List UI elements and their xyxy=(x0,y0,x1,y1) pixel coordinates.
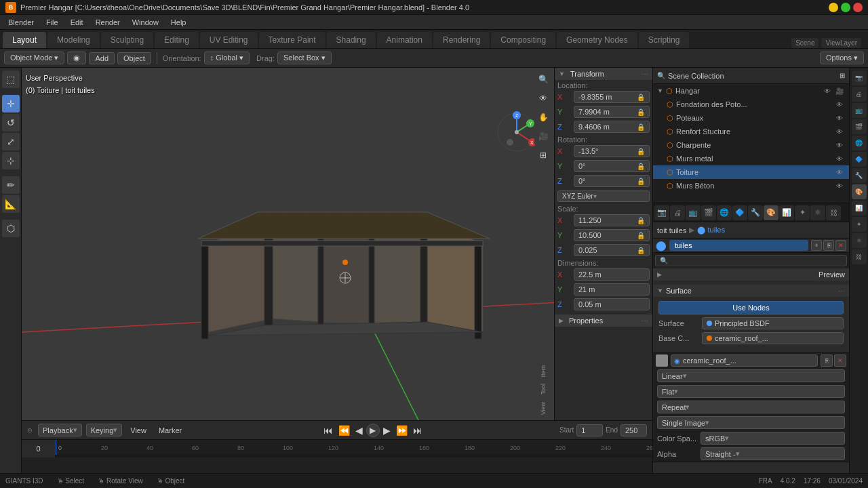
menu-help[interactable]: Help xyxy=(165,17,192,28)
tab-animation[interactable]: Animation xyxy=(377,32,432,48)
sidebar-constraint-props[interactable]: ⛓ xyxy=(852,249,867,264)
outliner-hangar[interactable]: ▼ ⬡ Hangar 👁 🎥 xyxy=(653,84,849,98)
prop-icon-object[interactable]: 🔷 xyxy=(732,205,747,220)
loc-y-lock[interactable]: 🔒 xyxy=(637,108,645,116)
outliner-renfort[interactable]: ⬡ Renfort Stucture 👁 xyxy=(653,125,849,138)
sidebar-output-props[interactable]: 🖨 xyxy=(852,87,867,102)
charpente-vis[interactable]: 👁 xyxy=(834,140,845,150)
tab-geometry-nodes[interactable]: Geometry Nodes xyxy=(557,32,637,48)
sidebar-world-props[interactable]: 🌐 xyxy=(852,136,867,150)
tab-shading[interactable]: Shading xyxy=(327,32,376,48)
prop-icon-particles[interactable]: ✦ xyxy=(795,205,810,220)
sidebar-data-props[interactable]: 📊 xyxy=(852,201,867,216)
tab-texture-paint[interactable]: Texture Paint xyxy=(259,32,326,48)
mat-del-btn[interactable]: ✕ xyxy=(835,240,846,251)
menu-window[interactable]: Window xyxy=(127,17,164,28)
scale-z-lock[interactable]: 🔒 xyxy=(637,247,645,254)
breadcrumb-root[interactable]: toit tuiles xyxy=(657,226,686,235)
view-menu[interactable]: View xyxy=(126,425,151,436)
euler-mode-select[interactable]: XYZ Euler xyxy=(557,190,650,202)
poteaux-vis[interactable]: 👁 xyxy=(834,113,845,123)
view-tab[interactable]: View xyxy=(540,399,547,418)
sidebar-scene-props[interactable]: 🎬 xyxy=(852,119,867,134)
next-frame-btn[interactable]: ▶ xyxy=(381,425,393,436)
mat-search-box[interactable]: 🔍 xyxy=(655,255,847,266)
transform-header[interactable]: ▼ Transform ⋯ xyxy=(555,68,652,80)
loc-z-field[interactable]: 9.4606 m 🔒 xyxy=(574,121,650,133)
dim-z-field[interactable]: 0.05 m xyxy=(574,298,650,310)
overlay-toggle[interactable]: Options ▾ xyxy=(820,52,864,64)
menu-file[interactable]: File xyxy=(41,17,64,28)
prev-frame-btn[interactable]: ◀ xyxy=(353,425,365,436)
toiture-vis[interactable]: 👁 xyxy=(834,167,845,178)
select-box-tool[interactable]: ⬚ xyxy=(2,70,20,88)
scale-tool[interactable]: ⤢ xyxy=(2,133,20,150)
prop-icon-scene[interactable]: 🎬 xyxy=(701,205,716,220)
surface-header[interactable]: ▼ Surface ⋯ xyxy=(653,285,849,297)
add-cube-tool[interactable]: ⬡ xyxy=(2,220,20,237)
prop-icon-physics[interactable]: ⚛ xyxy=(810,205,825,220)
play-btn[interactable]: ▶ xyxy=(366,424,380,437)
marker-menu[interactable]: Marker xyxy=(155,425,186,436)
alpha-select[interactable]: Straight - xyxy=(701,447,845,460)
keying-menu[interactable]: Keying xyxy=(86,424,123,436)
tab-uv-editing[interactable]: UV Editing xyxy=(200,32,258,48)
menu-render[interactable]: Render xyxy=(90,17,125,28)
texture-name-field[interactable]: ◉ ceramic_roof_... xyxy=(671,354,818,367)
preview-header[interactable]: ▶ Preview xyxy=(653,268,849,281)
outliner-murs-metal[interactable]: ⬡ Murs metal 👁 xyxy=(653,152,849,165)
sidebar-view-props[interactable]: 📺 xyxy=(852,103,867,118)
tab-compositing[interactable]: Compositing xyxy=(491,32,555,48)
timeline-ruler[interactable]: 0 20 40 60 80 100 120 140 160 180 200 xyxy=(56,440,652,455)
menu-blender[interactable]: Blender xyxy=(3,17,39,28)
tab-modeling[interactable]: Modeling xyxy=(47,32,100,48)
annotate-tool[interactable]: ✏ xyxy=(2,176,20,194)
rotate-tool[interactable]: ↺ xyxy=(2,114,20,131)
end-frame-field[interactable]: 250 xyxy=(620,424,647,436)
scale-y-lock[interactable]: 🔒 xyxy=(637,232,645,239)
playback-menu[interactable]: Playback xyxy=(38,424,82,436)
surface-bsdf-field[interactable]: Principled BSDF xyxy=(702,317,844,329)
menu-edit[interactable]: Edit xyxy=(65,17,89,28)
tex-del-btn[interactable]: ✕ xyxy=(834,354,846,367)
scale-z-field[interactable]: 0.025 🔒 xyxy=(574,244,650,256)
sidebar-mat-props[interactable]: 🎨 xyxy=(852,184,867,199)
prop-icon-data[interactable]: 📊 xyxy=(779,205,794,220)
n-panel-toggle[interactable]: 👁 xyxy=(534,89,552,107)
flat-select[interactable]: Flat xyxy=(657,385,845,398)
snap-toggle[interactable]: 🎥 xyxy=(534,127,552,145)
prop-icon-view[interactable]: 📺 xyxy=(686,205,701,220)
start-frame-field[interactable]: 1 xyxy=(576,424,603,436)
sidebar-render-props[interactable]: 📷 xyxy=(852,70,867,85)
minimize-button[interactable] xyxy=(829,3,838,12)
sidebar-toggle[interactable]: 🔍 xyxy=(534,70,552,88)
repeat-select[interactable]: Repeat xyxy=(657,401,845,413)
fondation-vis[interactable]: 👁 xyxy=(834,99,845,110)
mat-copy-btn[interactable]: ⎘ xyxy=(823,240,834,251)
tool-tab[interactable]: Tool xyxy=(540,381,547,398)
tab-scripting[interactable]: Scripting xyxy=(639,32,690,48)
tab-editing[interactable]: Editing xyxy=(155,32,199,48)
outliner-fondation[interactable]: ⬡ Fondation des Poto... 👁 xyxy=(653,98,849,111)
use-nodes-btn[interactable]: Use Nodes xyxy=(658,301,844,314)
single-image-select[interactable]: Single Image xyxy=(657,416,845,429)
outliner-filter[interactable]: ⊞ xyxy=(840,72,845,79)
jump-next-key-btn[interactable]: ⏩ xyxy=(394,425,410,436)
loc-x-lock[interactable]: 🔒 xyxy=(637,94,645,101)
prop-icon-output[interactable]: 🖨 xyxy=(670,205,685,220)
measure-tool[interactable]: 📐 xyxy=(2,195,20,213)
close-button[interactable] xyxy=(853,3,863,12)
jump-prev-key-btn[interactable]: ⏪ xyxy=(336,425,352,436)
sidebar-modifier-props[interactable]: 🔧 xyxy=(852,168,867,183)
add-menu[interactable]: Add xyxy=(89,52,115,64)
move-tool[interactable]: ✛ xyxy=(2,95,20,113)
sidebar-physics-props[interactable]: ⚛ xyxy=(852,233,867,248)
sidebar-obj-props[interactable]: 🔷 xyxy=(852,152,867,167)
prop-icon-material[interactable]: 🎨 xyxy=(764,205,778,220)
murs-beton-vis[interactable]: 👁 xyxy=(834,180,845,191)
item-tab[interactable]: Item xyxy=(540,363,547,380)
rot-z-lock[interactable]: 🔒 xyxy=(637,178,645,185)
tab-layout[interactable]: Layout xyxy=(3,32,46,48)
murs-metal-vis[interactable]: 👁 xyxy=(834,153,845,164)
hangar-vis-icon[interactable]: 👁 xyxy=(822,85,833,96)
